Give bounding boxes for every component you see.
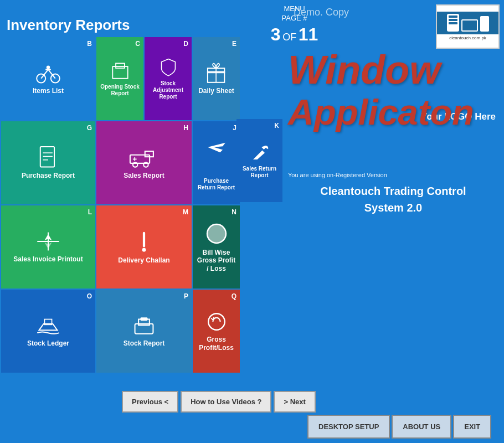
- lbl-stock-ledger: Stock Ledger: [27, 339, 69, 347]
- shield3-icon: [158, 58, 178, 78]
- lbl-sales-report: Sales Report: [124, 172, 164, 179]
- tile-d-stock-adj[interactable]: D Stock Adjustment Report: [145, 37, 192, 120]
- svg-point-71: [142, 248, 146, 252]
- tile-h-sales-report[interactable]: H Sales Report: [96, 121, 192, 204]
- exclaim2-icon: [131, 229, 157, 254]
- circle2-icon: [203, 222, 230, 246]
- ship2-icon: [35, 315, 61, 337]
- lbl-purchase-return: Purchase Return Report: [196, 178, 236, 191]
- svg-point-52: [47, 66, 50, 69]
- plane3-icon: [206, 135, 227, 154]
- lbl-items-list: Items List: [33, 87, 64, 95]
- doc2-icon: [38, 146, 59, 169]
- system-name: Cleantouch Trading Control System 2.0: [288, 183, 498, 216]
- lbl-stock-adj: Stock Adjustment Report: [148, 80, 188, 100]
- tile-k-sales-return[interactable]: K Sales Return Report: [236, 119, 282, 202]
- logo-placeholder: cleantouch.com.pk: [436, 4, 500, 49]
- main-grid: B Items List C Opening Stock Report D St…: [0, 36, 285, 374]
- help-button[interactable]: How to Use Videos ?: [181, 391, 271, 413]
- next-button[interactable]: > Next: [274, 391, 315, 413]
- gift2-icon: [204, 62, 229, 84]
- amb2-icon: [129, 146, 160, 169]
- tile-o-stock-ledger[interactable]: O Stock Ledger: [1, 290, 95, 373]
- application-text: Applicaton: [288, 94, 474, 130]
- lbl-purchase-report: Purchase Report: [22, 172, 75, 179]
- police2-icon: [131, 315, 157, 337]
- lbl-opening-stock: Opening Stock Report: [100, 84, 140, 97]
- svg-rect-77: [140, 318, 147, 321]
- tools2-icon: [250, 143, 270, 163]
- tile-q-gross-profit-loss[interactable]: Q Gross Profit/Loss: [193, 290, 240, 373]
- system-name-text: Cleantouch Trading Control System 2.0: [320, 185, 466, 214]
- page-title: Inventory Reports: [7, 17, 130, 34]
- tile-c-opening-stock[interactable]: C Opening Stock Report: [96, 37, 143, 120]
- svg-point-78: [208, 313, 225, 330]
- compass2-icon: [35, 230, 61, 253]
- lbl-sales-invoice: Sales Invoice Printout: [13, 255, 83, 263]
- desktop-setup-button[interactable]: DESKTOP SETUP: [307, 415, 390, 439]
- window-text: Window: [288, 50, 440, 90]
- lbl-stock-report: Stock Report: [124, 339, 165, 347]
- right-panel: Demo. Copy cleantouch.com.pk Window Your…: [282, 0, 504, 399]
- tile-l-sales-invoice[interactable]: L Sales Invoice Printout: [1, 205, 95, 289]
- unregistered-notice: You are using on-Registered Version: [288, 172, 387, 178]
- nav-buttons: Previous < How to Use Videos ? > Next: [122, 391, 316, 413]
- box-icon2: [110, 61, 130, 81]
- prev-button[interactable]: Previous <: [122, 391, 178, 413]
- demo-copy-label: Demo. Copy: [294, 7, 349, 18]
- tile-n-bill-wise-gpl[interactable]: N Bill Wise Gross Profit / Loss: [193, 205, 240, 289]
- tile-b-items-list[interactable]: B Items List: [1, 37, 95, 120]
- cycle2-icon: [204, 311, 229, 333]
- bike-icon2: [35, 62, 61, 84]
- bottom-buttons: DESKTOP SETUP ABOUT US EXIT: [307, 415, 491, 439]
- lbl-bill-wise-gpl: Bill Wise Gross Profit / Loss: [196, 249, 236, 272]
- lbl-delivery-challan: Delivery Challan: [118, 256, 169, 264]
- svg-rect-54: [116, 63, 125, 68]
- tile-j-purchase-return[interactable]: J Purchase Return Report: [193, 121, 240, 204]
- lbl-daily-sheet: Daily Sheet: [198, 87, 234, 95]
- tile-g-purchase-report[interactable]: G Purchase Report: [1, 121, 95, 204]
- tile-m-delivery-challan[interactable]: M Delivery Challan: [96, 205, 192, 289]
- tile-e-daily-sheet[interactable]: E Daily Sheet: [193, 37, 240, 120]
- lbl-gross-profit-loss: Gross Profit/Loss: [196, 336, 236, 352]
- tile-p-stock-report[interactable]: P Stock Report: [96, 290, 192, 373]
- exit-button[interactable]: EXIT: [453, 415, 491, 439]
- lbl-sales-return: Sales Return Report: [240, 166, 279, 179]
- about-us-button[interactable]: ABOUT US: [392, 415, 451, 439]
